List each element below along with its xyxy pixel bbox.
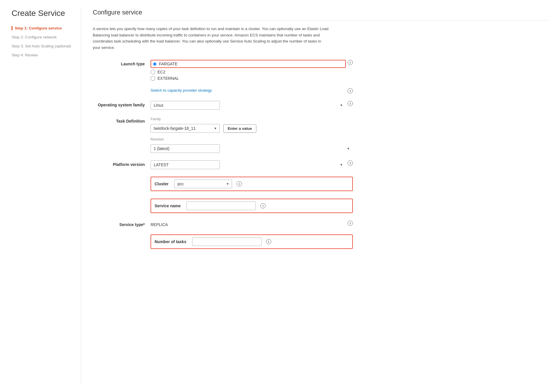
task-definition-revision-label: Revision bbox=[151, 137, 353, 141]
os-family-select-wrapper: Linux ▼ bbox=[151, 101, 346, 110]
platform-version-chevron-icon: ▼ bbox=[340, 163, 343, 167]
os-family-select[interactable]: Linux bbox=[151, 101, 220, 110]
number-of-tasks-spacer bbox=[93, 234, 151, 236]
service-type-row: Service type* REPLICA i bbox=[93, 221, 353, 227]
fargate-label: FARGATE bbox=[159, 62, 177, 66]
section-divider bbox=[93, 20, 548, 21]
cluster-row: Cluster pcc ▼ i bbox=[93, 177, 353, 191]
platform-version-info-icon[interactable]: i bbox=[348, 160, 353, 166]
cluster-select[interactable]: pcc bbox=[174, 180, 232, 188]
number-of-tasks-info-icon[interactable]: i bbox=[266, 239, 271, 244]
cluster-select-wrapper: pcc ▼ bbox=[174, 180, 232, 188]
launch-type-radio-group: FARGATE EC2 EXTERNAL bbox=[151, 60, 346, 81]
sidebar-step-3[interactable]: Step 3: Set Auto Scaling (optional) bbox=[12, 44, 75, 48]
os-family-label: Operating system family bbox=[93, 101, 151, 107]
launch-type-controls: FARGATE EC2 EXTERNAL bbox=[151, 60, 346, 81]
launch-type-row: Launch type FARGATE EC2 EXTERNAL bbox=[93, 60, 353, 81]
external-radio-option[interactable]: EXTERNAL bbox=[151, 76, 346, 81]
page-title: Create Service bbox=[12, 9, 75, 18]
ec2-radio[interactable] bbox=[151, 70, 155, 74]
number-of-tasks-highlighted-wrapper: Number of tasks i bbox=[151, 234, 353, 249]
os-family-chevron-icon: ▼ bbox=[340, 103, 343, 107]
platform-version-select[interactable]: LATEST bbox=[151, 160, 220, 169]
service-type-controls: REPLICA bbox=[151, 221, 346, 227]
number-of-tasks-input[interactable] bbox=[192, 237, 262, 246]
platform-version-select-wrapper: LATEST ▼ bbox=[151, 160, 346, 169]
cluster-controls: Cluster pcc ▼ i bbox=[151, 177, 353, 191]
service-type-value: REPLICA bbox=[151, 221, 346, 227]
task-definition-label: Task Definition bbox=[93, 117, 151, 123]
task-definition-family-label: Family bbox=[151, 117, 353, 121]
number-of-tasks-inline-label: Number of tasks bbox=[155, 239, 189, 244]
platform-version-label: Platform version bbox=[93, 160, 151, 167]
cluster-inline-label: Cluster bbox=[155, 182, 171, 186]
sidebar-step-1[interactable]: Step 1: Configure service bbox=[12, 26, 75, 30]
task-definition-controls: Family twistlock-fargate-18_11 ▼ Enter a… bbox=[151, 117, 353, 153]
launch-type-label: Launch type bbox=[93, 60, 151, 66]
capacity-provider-row: Switch to capacity provider strategy i bbox=[93, 88, 353, 93]
enter-value-button[interactable]: Enter a value bbox=[223, 124, 256, 133]
os-family-info-icon[interactable]: i bbox=[348, 101, 353, 106]
service-name-inline-label: Service name bbox=[155, 204, 183, 208]
task-definition-row: Task Definition Family twistlock-fargate… bbox=[93, 117, 353, 153]
task-def-family-select[interactable]: twistlock-fargate-18_11 bbox=[151, 124, 220, 133]
ec2-radio-option[interactable]: EC2 bbox=[151, 70, 346, 74]
section-title: Configure service bbox=[93, 9, 548, 16]
task-def-revision-chevron-icon: ▼ bbox=[347, 147, 350, 150]
main-content: Configure service A service lets you spe… bbox=[81, 9, 548, 383]
os-family-row: Operating system family Linux ▼ i bbox=[93, 101, 353, 110]
cluster-highlighted-wrapper: Cluster pcc ▼ i bbox=[151, 177, 353, 191]
cluster-info-icon[interactable]: i bbox=[237, 181, 242, 186]
switch-capacity-provider-link[interactable]: Switch to capacity provider strategy bbox=[151, 88, 346, 93]
section-description: A service lets you specify how many copi… bbox=[93, 26, 330, 51]
service-name-controls: Service name i bbox=[151, 199, 353, 213]
launch-type-info-icon[interactable]: i bbox=[348, 60, 353, 65]
service-name-highlighted-wrapper: Service name i bbox=[151, 199, 353, 213]
task-def-revision-select-wrapper: 1 (latest) ▼ bbox=[151, 144, 353, 153]
platform-version-controls: LATEST ▼ bbox=[151, 160, 346, 169]
task-def-revision-select[interactable]: 1 (latest) bbox=[151, 144, 220, 153]
capacity-provider-info-icon[interactable]: i bbox=[348, 88, 353, 93]
external-radio[interactable] bbox=[151, 76, 155, 81]
external-label: EXTERNAL bbox=[157, 76, 179, 81]
service-name-input[interactable] bbox=[186, 201, 256, 210]
sidebar-step-4[interactable]: Step 4: Review bbox=[12, 53, 75, 57]
task-definition-family-row: twistlock-fargate-18_11 ▼ Enter a value bbox=[151, 124, 353, 133]
cluster-spacer bbox=[93, 177, 151, 178]
os-family-controls: Linux ▼ bbox=[151, 101, 346, 110]
service-name-info-icon[interactable]: i bbox=[260, 203, 266, 208]
service-type-label: Service type* bbox=[93, 221, 151, 227]
sidebar: Create Service Step 1: Configure service… bbox=[12, 9, 81, 383]
fargate-radio-option[interactable]: FARGATE bbox=[151, 60, 346, 68]
sidebar-step-2[interactable]: Step 2: Configure network bbox=[12, 35, 75, 39]
fargate-radio[interactable] bbox=[153, 62, 157, 66]
ec2-label: EC2 bbox=[157, 70, 165, 74]
capacity-provider-spacer bbox=[93, 88, 151, 90]
capacity-provider-area: Switch to capacity provider strategy bbox=[151, 88, 346, 93]
platform-version-row: Platform version LATEST ▼ i bbox=[93, 160, 353, 169]
task-def-family-select-wrapper: twistlock-fargate-18_11 ▼ bbox=[151, 124, 220, 133]
service-name-row: Service name i bbox=[93, 199, 353, 213]
service-type-info-icon[interactable]: i bbox=[348, 221, 353, 226]
number-of-tasks-controls: Number of tasks i bbox=[151, 234, 353, 249]
number-of-tasks-row: Number of tasks i bbox=[93, 234, 353, 249]
service-name-spacer bbox=[93, 199, 151, 200]
